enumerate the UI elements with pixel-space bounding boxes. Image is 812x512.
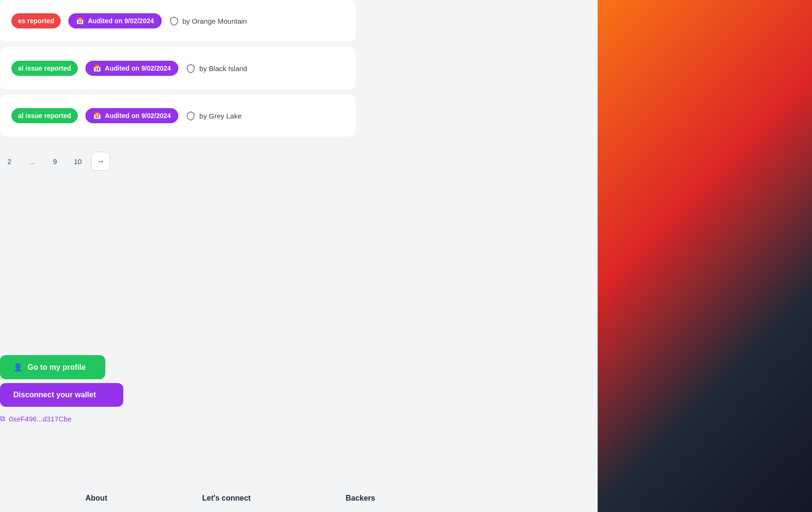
calendar-icon-3: 📅: [93, 112, 101, 119]
footer: About Let's connect Backers: [0, 465, 598, 512]
audit-badge-3: 📅 Audited on 9/02/2024: [85, 108, 178, 123]
page-10-button[interactable]: 10: [68, 152, 87, 171]
audit-card-1: es reported 📅 Audited on 9/02/2024 by Or…: [0, 0, 356, 42]
issues-badge-1: es reported: [11, 13, 61, 28]
copy-icon: ⧉: [0, 414, 5, 423]
footer-about: About: [85, 494, 107, 503]
calendar-icon-1: 📅: [76, 17, 84, 25]
auditor-info-1: by Orange Mountain: [169, 16, 247, 26]
disconnect-wallet-button[interactable]: Disconnect your wallet: [0, 383, 123, 407]
audit-badge-1: 📅 Audited on 9/02/2024: [68, 13, 161, 28]
right-decoration-panel: [598, 0, 812, 512]
footer-backers: Backers: [346, 494, 375, 503]
issues-badge-3: al issue reported: [11, 108, 78, 123]
calendar-icon-2: 📅: [93, 64, 101, 72]
issues-badge-2: al issue reported: [11, 61, 78, 76]
auditor-info-2: by Black Island: [186, 64, 247, 73]
audit-badge-2: 📅 Audited on 9/02/2024: [85, 61, 178, 76]
footer-columns: About Let's connect Backers: [0, 494, 375, 503]
wallet-address[interactable]: ⧉ 0xeF496...d317Cbe: [0, 411, 123, 427]
pagination: 2 ... 9 10 →: [0, 142, 360, 190]
user-icon: 👤: [13, 363, 23, 372]
shield-icon-3: [186, 111, 195, 120]
sidebar-bottom: 👤 Go to my profile Disconnect your walle…: [0, 355, 123, 427]
auditor-info-3: by Grey Lake: [186, 111, 241, 120]
page-ellipsis: ...: [23, 152, 42, 171]
page-next-button[interactable]: →: [91, 152, 110, 171]
page-9-button[interactable]: 9: [46, 152, 65, 171]
audit-card-2: al issue reported 📅 Audited on 9/02/2024…: [0, 47, 356, 89]
go-to-profile-button[interactable]: 👤 Go to my profile: [0, 355, 105, 379]
audit-card-3: al issue reported 📅 Audited on 9/02/2024…: [0, 95, 356, 137]
footer-connect: Let's connect: [202, 494, 251, 503]
shield-icon-2: [186, 64, 195, 73]
shield-icon-1: [169, 16, 179, 26]
page-2-button[interactable]: 2: [0, 152, 19, 171]
